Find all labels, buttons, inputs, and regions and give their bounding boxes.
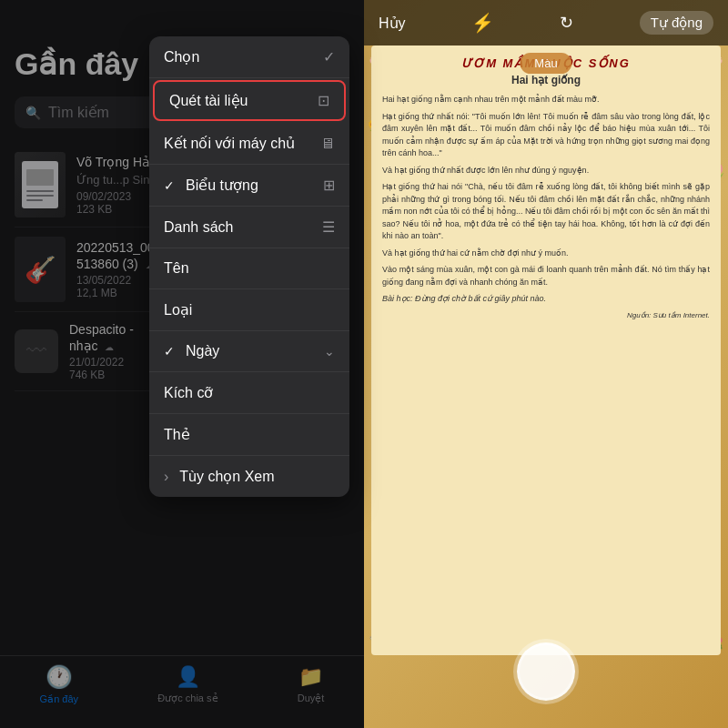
dropdown-item-label: Kết nối với máy chủ [164,135,295,152]
list-icon: ☰ [322,218,335,236]
book-paragraph-1: Hai hạt giống nằm cạnh nhau trên một mản… [382,94,710,106]
book-text: Hai hạt giống nằm cạnh nhau trên một mản… [382,94,710,321]
tab-browse[interactable]: 📁 Duyệt [298,665,325,704]
dropdown-item-label: Biểu tượng [186,177,258,194]
search-icon: 🔍 [25,106,41,120]
book-paragraph-2: Hạt giống thứ nhất nói: "Tôi muốn lớn lê… [382,111,710,160]
dropdown-item-arrow-prefix: › [164,469,168,485]
book-lesson: Bài học: Đừng đợi chờ bất cứ giây phút n… [382,293,710,306]
search-input[interactable]: Tìm kiếm [48,104,109,121]
book-title-sub: Hai hạt giống [382,74,710,86]
recent-icon: 🕐 [46,664,73,690]
server-icon: 🖥 [320,136,335,152]
dropdown-item-date[interactable]: ✓ Ngày ⌄ [149,331,349,372]
audio-icon: 〰 [26,339,46,363]
dropdown-item-label: Kích cỡ [164,384,213,401]
dropdown-item-label: Loại [164,301,192,318]
scanner-top-bar: Hủy ⚡ ↻ Tự động [364,0,728,46]
color-badge[interactable]: Màu [520,53,571,74]
tab-shared-label: Được chia sẻ [157,693,217,704]
dropdown-item-view-options[interactable]: › Tùy chọn Xem [149,456,349,497]
shared-icon: 👤 [176,665,200,689]
rotate-icon[interactable]: ↻ [560,13,573,33]
auto-label: Tự động [651,15,703,30]
tab-recent-label: Gần đây [40,693,78,705]
file-thumbnail [15,152,66,217]
dropdown-item-inner: ✓ Biểu tượng [164,177,258,194]
book-source: Nguồn: Sưu tầm Internet. [382,310,710,321]
dropdown-item-scan[interactable]: Quét tài liệu ⊡ [153,80,346,121]
dropdown-item-label: Tùy chọn Xem [179,468,274,485]
page-title: Gần đây [15,46,138,82]
book-paragraph-3: Và hạt giống thứ nhất được lớn lên như đ… [382,165,710,177]
dropdown-item-label: Thẻ [164,426,190,443]
dropdown-item-name[interactable]: Tên [149,248,349,289]
active-check-icon: ✓ [164,178,175,193]
dropdown-item-server[interactable]: Kết nối với máy chủ 🖥 [149,123,349,165]
dropdown-item-label: Quét tài liệu [169,92,248,109]
file-thumbnail: 🎸 [15,237,66,302]
dropdown-item-icon-view[interactable]: ✓ Biểu tượng ⊞ [149,165,349,207]
dropdown-item-label: Chọn [164,48,199,66]
book-paragraph-5: Và hạt giống thứ hai cứ nằm chờ đợi như … [382,248,710,260]
doc-paper-icon [22,161,58,208]
dropdown-item-label: Ngày [186,343,219,359]
capture-button[interactable] [517,642,575,701]
scan-icon: ⊡ [318,92,329,109]
dropdown-item-tag[interactable]: Thẻ [149,414,349,456]
color-badge-label: Màu [534,56,557,70]
tab-browse-label: Duyệt [298,693,325,704]
tab-recent[interactable]: 🕐 Gần đây [40,664,78,705]
book-background: 🌸 🌸 🦋 🌺 🌻 🌷 ƯƠM MẦM CUỘC SỐNG Hai hạt gi… [364,0,728,728]
view-options-inner: › Tùy chọn Xem [164,468,275,485]
dropdown-item-label: Tên [164,260,189,277]
file-thumbnail: 〰 [15,329,58,373]
tab-shared[interactable]: 👤 Được chia sẻ [157,665,217,704]
scanner-preview: 🌸 🌸 🦋 🌺 🌻 🌷 ƯƠM MẦM CUỘC SỐNG Hai hạt gi… [364,0,728,728]
dropdown-menu: Chọn ✓ Quét tài liệu ⊡ Kết nối với máy c… [149,36,349,497]
checkmark-icon: ✓ [323,48,335,66]
dropdown-date-inner: ✓ Ngày [164,343,219,359]
dropdown-item-type[interactable]: Loại [149,289,349,331]
right-panel: 🌸 🌸 🦋 🌺 🌻 🌷 ƯƠM MẦM CUỘC SỐNG Hai hạt gi… [364,0,728,728]
date-check-icon: ✓ [164,344,175,359]
book-content: ƯƠM MẦM CUỘC SỐNG Hai hạt giống Hai hạt … [371,46,721,655]
dropdown-item-label: Danh sách [164,219,234,236]
browse-icon: 📁 [298,665,323,689]
cancel-button[interactable]: Hủy [379,15,406,32]
dropdown-item-size[interactable]: Kích cỡ [149,372,349,414]
book-paragraph-4: Hạt giống thứ hai nói "Chà, nếu tôi đâm … [382,181,710,243]
left-panel: Gần đây ··· 🔍 Tìm kiếm Võ Trọng Hải -Ứng… [0,0,364,728]
book-paragraph-6: Vào một sáng mùa xuân, một con gà mái đi… [382,264,710,288]
grid-icon: ⊞ [323,177,335,194]
auto-button[interactable]: Tự động [640,11,713,35]
dropdown-item-choose[interactable]: Chọn ✓ [149,36,349,78]
flash-icon[interactable]: ⚡ [471,12,494,34]
bottom-tab-bar: 🕐 Gần đây 👤 Được chia sẻ 📁 Duyệt [0,655,364,728]
dropdown-item-list-view[interactable]: Danh sách ☰ [149,207,349,248]
chevron-right-icon: ⌄ [324,344,335,359]
